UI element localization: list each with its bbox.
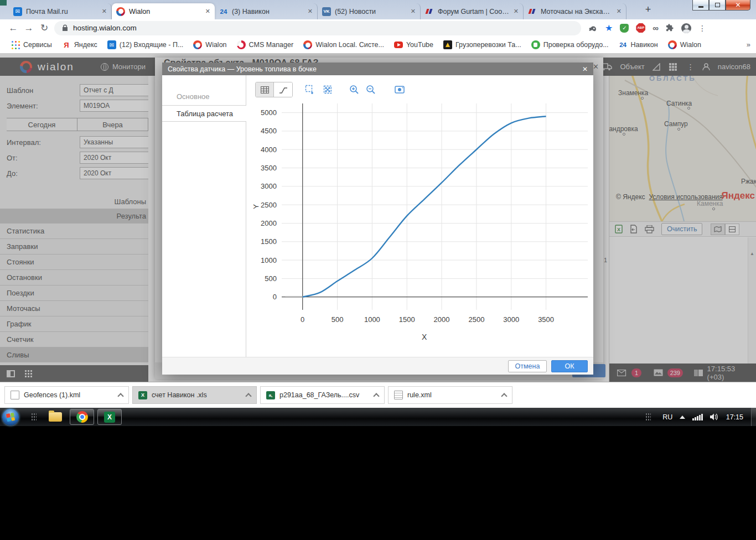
key-icon[interactable] xyxy=(589,24,598,33)
cancel-button[interactable]: Отмена xyxy=(508,360,547,372)
bookmark-item[interactable]: YouTube xyxy=(390,38,438,51)
svg-text:3500: 3500 xyxy=(261,164,277,172)
chevron-up-icon[interactable] xyxy=(245,393,251,399)
ok-button[interactable]: ОК xyxy=(551,360,588,372)
tab-close-icon[interactable]: ✕ xyxy=(102,8,107,15)
close-button[interactable]: ✕ xyxy=(726,0,750,11)
wialon-icon xyxy=(303,40,312,49)
svg-text:3500: 3500 xyxy=(538,315,554,324)
download-item[interactable]: rule.xml xyxy=(388,386,512,404)
sensor-properties-dialog: Свойства датчика — Уровень топлива в боч… xyxy=(162,63,593,375)
taskbar-excel-button[interactable]: X xyxy=(97,409,122,425)
browser-tab[interactable]: Wialon ✕ xyxy=(112,3,215,19)
browser-tab[interactable]: Моточасы на Экскават ✕ xyxy=(524,3,626,19)
svg-text:1000: 1000 xyxy=(364,315,380,324)
desktop-corner xyxy=(0,0,7,6)
browser-tab[interactable]: Почта Mail.ru ✕ xyxy=(9,3,112,19)
tray-expand-icon[interactable] xyxy=(680,416,685,419)
svg-text:1000: 1000 xyxy=(261,256,277,264)
browser-chrome: Почта Mail.ru ✕ Wialon ✕ (3) Навикон ✕ xyxy=(0,0,756,53)
browser-tab[interactable]: Форум Gurtam | Сообщ ✕ xyxy=(421,3,524,19)
chevron-up-icon[interactable] xyxy=(373,393,379,399)
bookmark-item[interactable]: (12) Входящие - П... xyxy=(103,38,188,51)
tab-close-icon[interactable]: ✕ xyxy=(514,8,519,15)
extensions-puzzle-icon[interactable] xyxy=(666,24,674,32)
bookmark-item[interactable]: Грузоперевозки Та... xyxy=(439,38,526,51)
infinity-extension-icon[interactable]: ∞ xyxy=(653,23,659,33)
bookmark-item[interactable]: Проверка оборудо... xyxy=(527,38,613,51)
tab-close-icon[interactable]: ✕ xyxy=(411,8,416,15)
svg-text:500: 500 xyxy=(265,274,277,283)
bookmark-item[interactable]: Wialon Local. Систе... xyxy=(299,38,389,51)
download-item[interactable]: счет Навикон .xls xyxy=(132,386,257,404)
dialog-header[interactable]: Свойства датчика — Уровень топлива в боч… xyxy=(162,63,593,75)
youtube-icon xyxy=(394,41,403,48)
check-icon xyxy=(531,40,540,49)
mail-icon xyxy=(107,40,116,49)
csv-file-icon xyxy=(266,391,275,399)
back-icon[interactable]: ← xyxy=(6,23,21,34)
navicon24-icon xyxy=(219,7,228,16)
calculation-chart-pane: 0500100015002000250030003500050010001500… xyxy=(246,75,593,357)
windows-flag-icon xyxy=(6,412,15,421)
download-item[interactable]: p291aa_68_ГАЗель....csv xyxy=(260,386,385,404)
download-item[interactable]: Geofences (1).kml xyxy=(4,386,129,404)
excel-icon: X xyxy=(104,412,115,423)
services-icon xyxy=(11,40,20,49)
wialon-icon xyxy=(668,40,677,49)
adguard-shield-icon[interactable]: ✓ xyxy=(620,24,629,33)
restore-button[interactable] xyxy=(709,0,726,11)
chevron-up-icon[interactable] xyxy=(501,393,507,399)
kml-file-icon xyxy=(11,391,19,399)
bookmark-star-icon[interactable]: ★ xyxy=(605,23,613,33)
network-icon[interactable] xyxy=(692,414,703,420)
explorer-icon[interactable] xyxy=(49,412,62,422)
calculation-chart[interactable]: 0500100015002000250030003500050010001500… xyxy=(251,95,592,346)
show-desktop-button[interactable] xyxy=(751,408,756,426)
svg-text:0: 0 xyxy=(273,293,277,301)
browser-tab[interactable]: (3) Навикон ✕ xyxy=(215,3,318,19)
dialog-tab[interactable]: Основное xyxy=(162,89,246,105)
svg-text:2000: 2000 xyxy=(434,315,450,324)
dialog-body: Основное Таблица расчета xyxy=(162,75,593,357)
new-tab-button[interactable]: + xyxy=(641,2,655,17)
bookmark-item[interactable]: Сервисы xyxy=(7,38,56,51)
taskbar-clock[interactable]: 17:15 xyxy=(726,413,743,421)
bookmark-item[interactable]: Яндекс xyxy=(58,38,102,51)
dialog-tab[interactable]: Таблица расчета xyxy=(162,105,246,122)
bookmark-item[interactable]: Навикон xyxy=(614,38,662,51)
cargo-icon xyxy=(443,40,452,49)
browser-tab[interactable]: (52) Новости ✕ xyxy=(318,3,421,19)
tray-separator xyxy=(645,413,651,421)
bookmark-item[interactable]: Wialon xyxy=(664,38,706,51)
minimize-button[interactable] xyxy=(692,0,709,11)
profile-avatar[interactable] xyxy=(681,23,691,33)
url-box[interactable]: hosting.wialon.com xyxy=(54,21,581,35)
browser-menu-icon[interactable]: ⋮ xyxy=(698,24,706,33)
start-button[interactable] xyxy=(2,409,19,425)
svg-text:Y: Y xyxy=(252,204,260,209)
svg-text:5000: 5000 xyxy=(261,108,277,117)
bookmark-item[interactable]: CMS Manager xyxy=(232,38,298,51)
language-indicator[interactable]: RU xyxy=(662,413,672,421)
bookmarks-bar: Сервисы Яндекс (12) Входящие - П... Wial… xyxy=(0,37,756,53)
dialog-close-icon[interactable]: ✕ xyxy=(582,65,588,73)
forward-icon[interactable]: → xyxy=(21,23,37,34)
bookmark-item[interactable]: Wialon xyxy=(189,38,231,51)
yandex-icon xyxy=(62,40,71,49)
bookmarks-overflow-icon[interactable]: » xyxy=(747,40,750,49)
reload-icon[interactable]: ↻ xyxy=(37,22,52,34)
cms-icon xyxy=(237,40,246,49)
svg-text:2500: 2500 xyxy=(468,315,484,324)
address-bar: ← → ↻ hosting.wialon.com ★ ✓ ABP ∞ ⋮ xyxy=(0,19,756,37)
taskbar-chrome-button[interactable] xyxy=(70,409,94,425)
volume-icon[interactable] xyxy=(710,413,719,420)
tab-close-icon[interactable]: ✕ xyxy=(205,8,210,15)
dialog-title: Свойства датчика — Уровень топлива в боч… xyxy=(168,65,582,73)
system-tray: RU 17:15 xyxy=(641,413,751,421)
chevron-up-icon[interactable] xyxy=(117,393,123,399)
tab-close-icon[interactable]: ✕ xyxy=(308,8,313,15)
tab-close-icon[interactable]: ✕ xyxy=(617,8,622,15)
taskbar-separator xyxy=(31,413,37,421)
abp-icon[interactable]: ABP xyxy=(636,23,645,33)
